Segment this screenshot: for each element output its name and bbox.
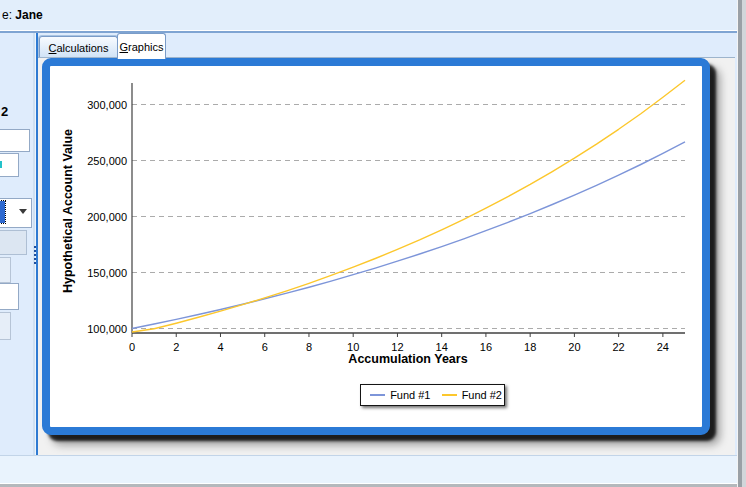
dropdown-arrow-icon[interactable] — [19, 209, 27, 214]
x-tick-label: 0 — [129, 341, 135, 353]
application-window: e: Jane 2 Calculations Graphics 100,0001… — [0, 0, 746, 487]
left-button[interactable] — [0, 230, 27, 255]
panel-splitter[interactable] — [33, 33, 38, 455]
tab-graphics-label: raphics — [128, 41, 163, 53]
header-bar — [0, 0, 737, 31]
account-value-chart: 100,000150,000200,000250,000300,00002468… — [50, 66, 702, 427]
combobox-selection-highlight — [0, 201, 5, 223]
x-tick-label: 20 — [568, 341, 580, 353]
splitter-grip-icon[interactable] — [34, 258, 36, 260]
fund-1-legend-swatch-icon — [370, 394, 385, 396]
x-tick-label: 18 — [524, 341, 536, 353]
splitter-grip-icon[interactable] — [34, 262, 36, 264]
x-axis-title: Accumulation Years — [348, 352, 467, 366]
left-panel-partial-label: 2 — [1, 104, 8, 119]
tab-calculations-label: alculations — [56, 42, 108, 54]
left-input-field-1[interactable] — [0, 129, 30, 152]
fund-1-legend-label: Fund #1 — [390, 389, 430, 401]
x-tick-label: 8 — [306, 341, 312, 353]
client-name-prefix: e: — [2, 8, 12, 22]
y-tick-label: 150,000 — [87, 267, 127, 279]
field-marker-icon — [0, 161, 2, 168]
fund-2-line — [132, 80, 685, 332]
splitter-grip-icon[interactable] — [34, 254, 36, 256]
x-tick-label: 24 — [657, 341, 669, 353]
left-input-field-3[interactable] — [0, 283, 19, 310]
bottom-status-strip — [0, 455, 737, 484]
x-tick-label: 22 — [613, 341, 625, 353]
left-box-2[interactable] — [0, 257, 11, 283]
splitter-grip-icon[interactable] — [34, 250, 36, 252]
chart-legend: Fund #1 Fund #2 — [360, 384, 505, 406]
client-name-label: e: Jane — [2, 8, 43, 22]
y-tick-label: 200,000 — [87, 211, 127, 223]
window-bottom-edge — [0, 483, 746, 487]
y-tick-label: 250,000 — [87, 155, 127, 167]
fund-2-legend-swatch-icon — [442, 394, 457, 396]
x-tick-label: 2 — [173, 341, 179, 353]
fund-2-legend-label: Fund #2 — [462, 389, 502, 401]
left-input-field-2[interactable] — [0, 153, 19, 177]
chart-frame: 100,000150,000200,000250,000300,00002468… — [42, 58, 710, 435]
tab-calculations[interactable]: Calculations — [39, 36, 118, 58]
y-axis-title: Hypothetical Account Value — [61, 129, 75, 293]
window-right-edge — [737, 0, 746, 487]
client-name-value: Jane — [15, 8, 42, 22]
x-tick-label: 4 — [217, 341, 223, 353]
x-tick-label: 16 — [480, 341, 492, 353]
header-divider — [0, 31, 737, 33]
tab-graphics-accel: G — [119, 41, 128, 53]
tab-graphics[interactable]: Graphics — [117, 33, 166, 59]
left-box-3[interactable] — [0, 312, 11, 340]
x-tick-label: 6 — [262, 341, 268, 353]
y-tick-label: 100,000 — [87, 323, 127, 335]
splitter-grip-icon[interactable] — [34, 246, 36, 248]
y-tick-label: 300,000 — [87, 99, 127, 111]
fund-1-line — [132, 142, 685, 329]
